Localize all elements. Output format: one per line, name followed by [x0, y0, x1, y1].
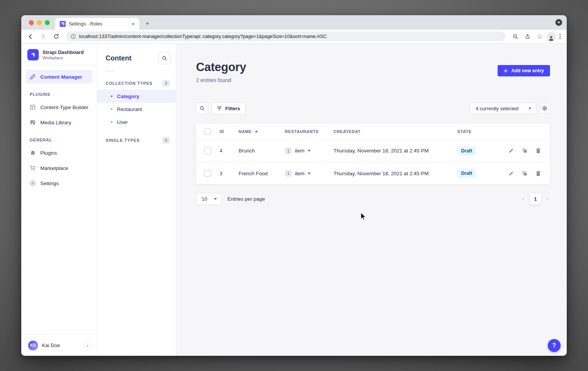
- content-subnav: Content COLLECTION TYPES 3 Category Res: [97, 44, 176, 356]
- share-button[interactable]: [522, 31, 533, 42]
- duplicate-button[interactable]: [520, 147, 529, 155]
- subnav-item-user[interactable]: User: [97, 116, 176, 128]
- user-name: Kai Doe: [42, 342, 79, 348]
- sidebar-item-content-type-builder[interactable]: Content-Type Builder: [26, 100, 92, 114]
- select-all-checkbox[interactable]: [204, 128, 211, 135]
- bullet-icon: [111, 95, 112, 97]
- duplicate-icon: [522, 148, 528, 154]
- sidebar-item-content-manager[interactable]: Content Manager: [26, 70, 92, 84]
- pencil-icon: [508, 171, 514, 176]
- status-badge: Draft: [457, 169, 476, 178]
- filters-button[interactable]: Filters: [211, 102, 246, 114]
- pagination: ‹ 1 ›: [521, 193, 550, 205]
- column-header-restaurants[interactable]: RESTAURANTS: [285, 129, 334, 134]
- chevron-left-icon: ‹: [87, 342, 89, 348]
- chevron-down-icon: [214, 198, 217, 200]
- tab-search-button[interactable]: [555, 19, 562, 26]
- browser-tab[interactable]: Settings - Roles ×: [55, 18, 139, 30]
- bullet-icon: [111, 108, 112, 110]
- pen-icon: [30, 74, 36, 80]
- column-header-state[interactable]: STATE: [457, 129, 507, 134]
- collection-types-header: COLLECTION TYPES 3: [97, 77, 176, 90]
- table-row[interactable]: 4 Brunch 1 item Thursday, November 18, 2…: [196, 140, 550, 162]
- search-icon: [199, 106, 205, 111]
- duplicate-button[interactable]: [520, 169, 529, 178]
- gear-icon: [542, 106, 547, 111]
- browser-menu-button[interactable]: [557, 32, 563, 41]
- subnav-item-category[interactable]: Category: [97, 90, 176, 103]
- user-area: KD Kai Doe ‹: [21, 335, 97, 356]
- page-title: Category: [196, 60, 246, 74]
- zoom-button[interactable]: [510, 31, 521, 42]
- cell-id: 4: [220, 148, 239, 154]
- collapse-sidebar-button[interactable]: ‹: [83, 341, 92, 350]
- toolbar-actions: ☆: [510, 31, 563, 42]
- row-checkbox[interactable]: [204, 147, 211, 154]
- delete-button[interactable]: [534, 169, 542, 178]
- help-button[interactable]: ?: [548, 339, 561, 352]
- chevron-right-icon: ›: [547, 195, 548, 202]
- page-size-select[interactable]: 10: [196, 193, 222, 205]
- subnav-search-button[interactable]: [158, 52, 171, 64]
- collection-types-count: 3: [162, 80, 170, 87]
- fields-selected-dropdown[interactable]: 4 currently selected: [470, 103, 536, 114]
- main-sidebar: Strapi Dashboard Workplace Content Manag…: [21, 44, 97, 356]
- sidebar-item-plugins[interactable]: Plugins: [26, 146, 92, 160]
- column-header-id[interactable]: ID: [220, 129, 239, 134]
- back-button[interactable]: [25, 31, 36, 42]
- fullscreen-window-button[interactable]: [45, 20, 50, 25]
- subnav-item-restaurant[interactable]: Restaurant: [97, 103, 176, 116]
- delete-button[interactable]: [534, 147, 542, 155]
- user-avatar[interactable]: KD: [28, 341, 38, 350]
- strapi-app: Strapi Dashboard Workplace Content Manag…: [21, 44, 567, 356]
- table-search-button[interactable]: [196, 102, 208, 114]
- search-icon: [162, 55, 167, 61]
- row-checkbox[interactable]: [204, 170, 211, 177]
- sidebar-item-media-library[interactable]: Media Library: [26, 116, 92, 129]
- edit-button[interactable]: [507, 169, 515, 178]
- chevron-down-icon: [528, 108, 531, 109]
- forward-arrow-icon: [40, 33, 46, 40]
- url-bar[interactable]: localhost:1337/admin/content-manager/col…: [66, 32, 506, 41]
- previous-page-button[interactable]: ‹: [521, 195, 526, 202]
- cell-restaurants[interactable]: 1 item: [285, 170, 334, 177]
- page-number-current[interactable]: 1: [530, 193, 541, 205]
- add-new-entry-button[interactable]: Add new entry: [498, 65, 550, 76]
- column-header-createdat[interactable]: CREATEDAT: [334, 129, 457, 134]
- chevron-down-icon: [557, 22, 560, 24]
- close-window-button[interactable]: [29, 20, 34, 25]
- minimize-window-button[interactable]: [37, 20, 42, 25]
- tab-strip: Settings - Roles × +: [21, 15, 567, 30]
- browser-profile-avatar[interactable]: [547, 32, 556, 41]
- reload-button[interactable]: [51, 31, 62, 42]
- star-icon: ☆: [537, 33, 542, 41]
- cart-icon: [30, 165, 36, 171]
- entries-per-page-label: Entries per page: [227, 196, 265, 202]
- bookmark-button[interactable]: ☆: [534, 31, 545, 42]
- forward-button[interactable]: [38, 31, 49, 42]
- workspace-switcher[interactable]: Strapi Dashboard Workplace: [21, 44, 97, 65]
- sidebar-item-label: Content Manager: [40, 74, 82, 80]
- chevron-down-icon: [308, 173, 311, 174]
- view-settings-button[interactable]: [539, 103, 550, 114]
- strapi-logo-icon: [27, 49, 39, 60]
- tab-close-icon[interactable]: ×: [131, 21, 136, 27]
- table-row[interactable]: 3 French Food 1 item Thursday, November …: [196, 162, 550, 184]
- back-arrow-icon: [27, 33, 33, 40]
- magnifier-icon: [512, 33, 518, 40]
- site-info-icon[interactable]: [71, 34, 76, 39]
- edit-button[interactable]: [507, 147, 515, 155]
- column-header-name[interactable]: NAME: [239, 129, 285, 134]
- window-controls: [21, 15, 55, 30]
- next-page-button[interactable]: ›: [545, 195, 550, 202]
- browser-toolbar: localhost:1337/admin/content-manager/col…: [21, 30, 567, 44]
- filter-icon: [217, 106, 222, 111]
- single-types-count: 0: [162, 137, 170, 144]
- sidebar-item-marketplace[interactable]: Marketplace: [26, 161, 92, 175]
- cell-restaurants[interactable]: 1 item: [285, 147, 334, 154]
- new-tab-button[interactable]: +: [142, 19, 152, 29]
- pencil-icon: [508, 148, 514, 154]
- browser-window: Settings - Roles × + localhost:1337/admi…: [21, 15, 567, 356]
- sidebar-item-settings[interactable]: Settings: [26, 176, 92, 190]
- cell-name: French Food: [239, 171, 285, 176]
